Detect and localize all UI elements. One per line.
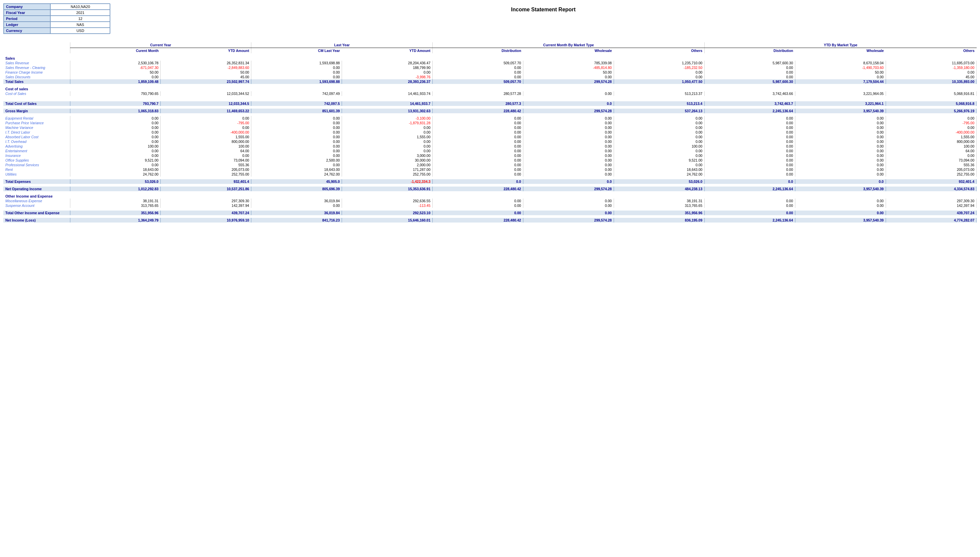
column-sub-header-row: Curent Month YTD Amount CM Last Year YTD… <box>3 48 977 54</box>
total-cell: 53,026.0 <box>70 179 161 184</box>
data-cell: 0.00 <box>704 116 795 121</box>
table-row: Utilities24,762.00252,755.0024,762.00252… <box>3 172 977 177</box>
data-cell: 0.00 <box>433 172 523 177</box>
table-row: Office Supplies9,521.0073,094.002,500.00… <box>3 158 977 163</box>
total-cell: 5,068,916.8 <box>885 101 976 106</box>
row-label: Miscellaneous Expense <box>3 199 70 203</box>
data-cell: 2,500.00 <box>251 158 342 163</box>
total-cell: 5,987,600.30 <box>704 79 795 84</box>
data-cell: 0.00 <box>523 130 614 135</box>
data-cell: 0.00 <box>251 144 342 148</box>
data-cell: -185,232.50 <box>614 65 704 70</box>
wholesale2-col: Wholesale <box>795 48 886 54</box>
data-cell: 9,521.00 <box>614 158 704 163</box>
row-label: Advertising <box>3 144 70 148</box>
data-cell: 0.00 <box>433 199 523 203</box>
fiscal-year-value: 2021 <box>51 10 110 16</box>
data-cell: 0.00 <box>342 144 433 148</box>
data-cell: 0.00 <box>523 148 614 153</box>
dist2-col: Distribution <box>704 48 795 54</box>
data-cell: -485,814.80 <box>523 65 614 70</box>
data-cell: 0.00 <box>704 144 795 148</box>
data-cell: 0.00 <box>70 125 161 130</box>
data-cell: 0.00 <box>433 65 523 70</box>
total-cell: 36,019.84 <box>251 210 342 215</box>
empty-row <box>3 177 977 179</box>
data-cell: 0.00 <box>251 125 342 130</box>
total-cell: 3,742,463.7 <box>704 101 795 106</box>
data-cell: 3,000.00 <box>342 153 433 158</box>
data-cell: 0.00 <box>614 130 704 135</box>
data-cell: 0.00 <box>614 153 704 158</box>
data-cell: 0.00 <box>433 70 523 75</box>
data-cell: 18,643.00 <box>614 167 704 172</box>
data-cell: 142,397.94 <box>161 203 251 208</box>
data-cell: 0.00 <box>795 75 886 79</box>
data-cell: -3,100.00 <box>342 116 433 121</box>
distribution-col: Distribution <box>433 48 523 54</box>
data-cell: 50.00 <box>523 70 614 75</box>
empty-header <box>3 42 70 48</box>
company-value: NA10,NA20 <box>51 4 110 10</box>
data-cell: -1,490,703.60 <box>795 65 886 70</box>
data-cell: -400,000.00 <box>885 130 976 135</box>
data-cell: 509,057.70 <box>433 60 523 65</box>
total-cell: 484,238.13 <box>614 187 704 191</box>
data-cell: 100.00 <box>885 144 976 148</box>
data-cell: -1,359,180.00 <box>885 65 976 70</box>
total-cell: 439,707.24 <box>885 210 976 215</box>
data-cell: 50.00 <box>161 70 251 75</box>
data-cell: 0.00 <box>704 135 795 139</box>
total-cell: 793,790.7 <box>70 101 161 106</box>
data-cell: 0.00 <box>523 75 614 79</box>
total-cell: 0.0 <box>523 179 614 184</box>
data-cell: 0.00 <box>523 91 614 96</box>
total-label: Gross Margin <box>3 109 70 113</box>
data-cell: 742,097.49 <box>251 91 342 96</box>
table-row: Sales Revenue - Clearing-671,047.30-2,84… <box>3 65 977 70</box>
data-cell: 0.00 <box>795 116 886 121</box>
data-cell: 0.00 <box>433 121 523 125</box>
data-cell: 0.00 <box>704 199 795 203</box>
empty-row <box>3 96 977 99</box>
total-cell: 45,905.0 <box>251 179 342 184</box>
data-cell: 0.00 <box>251 163 342 167</box>
data-cell: 0.00 <box>614 139 704 144</box>
total-cell: 1,012,292.83 <box>70 187 161 191</box>
data-cell: 0.00 <box>523 121 614 125</box>
table-row: Purchase Price Variance0.00-795.000.00-1… <box>3 121 977 125</box>
total-cell: 10,537,251.86 <box>161 187 251 191</box>
data-cell: 0.00 <box>161 116 251 121</box>
row-label: Sales Revenue - Clearing <box>3 65 70 70</box>
currency-label: Currency <box>4 28 51 34</box>
data-cell: 0.00 <box>251 70 342 75</box>
section-title-row: Other Income and Expense <box>3 194 977 199</box>
total-cell: 0.0 <box>704 179 795 184</box>
section-title: Sales <box>3 56 977 60</box>
total-cell: 805,696.39 <box>251 187 342 191</box>
total-cell: 0.0 <box>523 101 614 106</box>
data-cell: 0.00 <box>795 158 886 163</box>
empty-row <box>3 106 977 109</box>
fiscal-year-label: Fiscal Year <box>4 10 51 16</box>
data-cell: 0.00 <box>614 75 704 79</box>
data-cell: 50.00 <box>795 70 886 75</box>
empty-row <box>3 191 977 194</box>
data-cell: -2,849,883.60 <box>161 65 251 70</box>
total-cell: 0.00 <box>704 210 795 215</box>
total-row: Total Sales1,859,109.4823,502,997.741,59… <box>3 79 977 84</box>
data-cell: 0.00 <box>251 121 342 125</box>
data-cell: 555.36 <box>161 163 251 167</box>
data-cell: 0.00 <box>795 163 886 167</box>
empty-subheader <box>3 48 70 54</box>
total-label: Net Income (Loss) <box>3 218 70 223</box>
data-cell: 2,530,106.78 <box>70 60 161 65</box>
data-cell: 2,000.00 <box>342 163 433 167</box>
total-cell: 23,502,997.74 <box>161 79 251 84</box>
total-cell: 299,574.28 <box>523 218 614 223</box>
data-cell: 0.00 <box>523 153 614 158</box>
data-cell: 64.00 <box>885 148 976 153</box>
data-cell: 50.00 <box>70 70 161 75</box>
data-cell: 0.00 <box>704 75 795 79</box>
data-cell: 0.00 <box>523 135 614 139</box>
